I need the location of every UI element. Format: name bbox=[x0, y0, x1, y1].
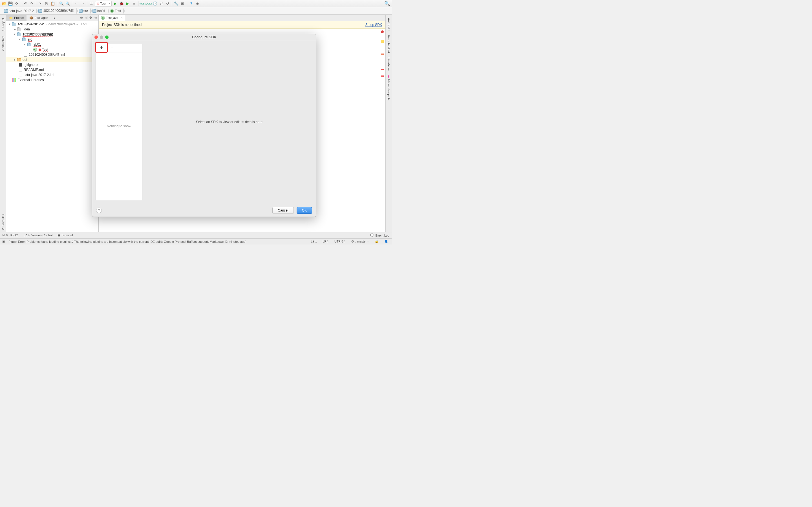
dialog-title: Configure SDK bbox=[92, 35, 316, 39]
left-tool-rail: 1: Project 7: Structure 2: Favorites bbox=[0, 15, 6, 232]
tree-test-class[interactable]: C⬤Test bbox=[6, 47, 98, 52]
stop-icon[interactable]: ■ bbox=[132, 1, 137, 6]
crumb-class[interactable]: CTest bbox=[108, 7, 123, 14]
tree-idea[interactable]: ▶.idea bbox=[6, 27, 98, 32]
tree-gitignore[interactable]: .gitignore bbox=[6, 62, 98, 67]
gutter-err-mark[interactable] bbox=[381, 75, 384, 76]
undo-icon[interactable]: ↶ bbox=[23, 1, 28, 6]
project-view-tab[interactable]: 📁 Project bbox=[6, 15, 27, 21]
zoom-out-icon[interactable]: 🔍 bbox=[65, 1, 70, 6]
debug-icon[interactable]: 🐞 bbox=[119, 1, 124, 6]
vcs-commit-icon[interactable]: VCS↑ bbox=[146, 1, 151, 6]
tree-module[interactable]: ▼10210240089陈功锁 bbox=[6, 32, 98, 37]
todo-tool-tab[interactable]: ☑ 6: TODO bbox=[2, 233, 18, 237]
notification-text: Project SDK is not defined bbox=[102, 23, 142, 27]
scroll-to-icon[interactable]: ⊕ bbox=[80, 16, 83, 20]
build-icon[interactable]: ⇊ bbox=[89, 1, 94, 6]
zoom-in-icon[interactable]: 🔍 bbox=[59, 1, 64, 6]
gutter-err-mark[interactable] bbox=[381, 69, 384, 70]
refresh-icon[interactable]: ⟳ bbox=[14, 1, 19, 6]
favorites-tool-tab[interactable]: 2: Favorites bbox=[1, 212, 5, 232]
line-ending[interactable]: LF≑ bbox=[321, 240, 330, 243]
tree-src[interactable]: ▼src bbox=[6, 37, 98, 42]
cancel-button[interactable]: Cancel bbox=[272, 207, 294, 214]
lock-icon[interactable]: 🔒 bbox=[373, 240, 380, 243]
revert-icon[interactable]: ↺ bbox=[165, 1, 170, 6]
crumb-label: lab01 bbox=[97, 9, 105, 13]
help-icon[interactable]: ? bbox=[189, 1, 194, 6]
hector-icon[interactable]: 👤 bbox=[383, 240, 389, 243]
status-bar: ▣ Plugin Error: Problems found loading p… bbox=[0, 238, 392, 244]
crumb-src[interactable]: src bbox=[77, 7, 90, 14]
tree-iml2[interactable]: sctu-java-2017-2.iml bbox=[6, 72, 98, 77]
gutter-warn-mark[interactable] bbox=[381, 40, 384, 43]
cut-icon[interactable]: ✂ bbox=[38, 1, 43, 6]
remote-host-tool-tab[interactable]: Remote Host bbox=[387, 33, 391, 55]
vcs-tool-tab[interactable]: ⎇ 9: Version Control bbox=[23, 233, 53, 237]
plugins-icon[interactable]: ⊕ bbox=[195, 1, 200, 6]
editor-tab-label: Test.java bbox=[106, 16, 118, 19]
tree-ext-lib[interactable]: External Libraries bbox=[6, 77, 98, 82]
collapse-icon[interactable]: ⇲ bbox=[85, 16, 87, 20]
main-toolbar: 📂 💾 ⟳ ↶ ↷ ✂ ⎘ 📋 🔍 🔍 ← → ⇊ × Test ▶ 🐞 ▶ ■… bbox=[0, 0, 392, 7]
structure-tool-tab[interactable]: 7: Structure bbox=[1, 33, 5, 54]
class-icon: C bbox=[33, 48, 37, 52]
status-message: Plugin Error: Problems found loading plu… bbox=[8, 240, 306, 243]
terminal-tool-tab[interactable]: ▣ Terminal bbox=[57, 233, 73, 237]
remove-sdk-button[interactable]: − bbox=[109, 45, 115, 51]
close-tab-icon[interactable]: × bbox=[120, 16, 123, 20]
packages-view-tab[interactable]: 📦 Packages bbox=[27, 15, 51, 21]
tree-out[interactable]: ▶out bbox=[6, 57, 98, 62]
breadcrumb: sctu-java-2017-2 10210240089陈功锁 src lab0… bbox=[0, 7, 392, 15]
sdk-list-empty-text: Nothing to show bbox=[96, 52, 142, 200]
crumb-label: Test bbox=[115, 9, 121, 13]
caret-position[interactable]: 13:1 bbox=[310, 240, 318, 243]
crumb-pkg[interactable]: lab01 bbox=[90, 7, 108, 14]
vcs-update-icon[interactable]: VCS↓ bbox=[140, 1, 145, 6]
right-tool-rail: Ant Build Remote Host Database m Maven P… bbox=[386, 15, 392, 232]
structure-icon[interactable]: ⊞ bbox=[180, 1, 185, 6]
ok-button[interactable]: OK bbox=[297, 207, 312, 214]
crumb-label: 10210240089陈功锁 bbox=[43, 8, 74, 13]
tree-lab01[interactable]: ▼lab01 bbox=[6, 42, 98, 47]
git-branch[interactable]: Git: master≑ bbox=[350, 240, 370, 243]
database-tool-tab[interactable]: Database bbox=[387, 55, 391, 73]
sdk-detail-hint: Select an SDK to view or edit its detail… bbox=[142, 40, 316, 204]
coverage-icon[interactable]: ▶ bbox=[125, 1, 130, 6]
open-icon[interactable]: 📂 bbox=[2, 1, 7, 6]
config-invalid-icon: × bbox=[97, 2, 99, 6]
search-everywhere-icon[interactable]: 🔍 bbox=[384, 1, 390, 6]
more-views-button[interactable]: ▸ bbox=[51, 15, 58, 21]
encoding[interactable]: UTF-8≑ bbox=[333, 240, 347, 243]
project-tool-tab[interactable]: 1: Project bbox=[1, 16, 5, 33]
diff-icon[interactable]: ⇄ bbox=[159, 1, 164, 6]
paste-icon[interactable]: 📋 bbox=[50, 1, 55, 6]
event-log-tool-tab[interactable]: 💬 Event Log bbox=[370, 233, 389, 237]
gutter-err-mark[interactable] bbox=[381, 54, 384, 55]
run-config-selector[interactable]: × Test bbox=[95, 1, 112, 6]
ant-tool-tab[interactable]: Ant Build bbox=[387, 16, 391, 33]
project-tree[interactable]: ▼sctu-java-2017-2~/dev/sctu/sctu-java-20… bbox=[6, 21, 98, 232]
maven-tool-tab[interactable]: m Maven Projects bbox=[387, 73, 391, 103]
editor-tab-test[interactable]: C Test.java × bbox=[99, 15, 125, 21]
status-icon[interactable]: ▣ bbox=[2, 240, 5, 243]
tree-readme[interactable]: README.md bbox=[6, 67, 98, 72]
save-icon[interactable]: 💾 bbox=[8, 1, 13, 6]
history-icon[interactable]: 🕓 bbox=[153, 1, 158, 6]
run-icon[interactable]: ▶ bbox=[113, 1, 118, 6]
back-icon[interactable]: ← bbox=[74, 1, 79, 6]
crumb-project[interactable]: sctu-java-2017-2 bbox=[2, 7, 36, 14]
hide-icon[interactable]: ⇥ bbox=[94, 16, 97, 20]
crumb-label: sctu-java-2017-2 bbox=[9, 9, 34, 13]
add-sdk-button[interactable]: + bbox=[95, 42, 108, 53]
setup-sdk-link[interactable]: Setup SDK bbox=[365, 23, 382, 27]
copy-icon[interactable]: ⎘ bbox=[44, 1, 49, 6]
crumb-module[interactable]: 10210240089陈功锁 bbox=[36, 7, 76, 14]
dialog-help-button[interactable]: ? bbox=[96, 208, 102, 213]
tree-iml1[interactable]: 10210240089陈功锁.iml bbox=[6, 52, 98, 57]
forward-icon[interactable]: → bbox=[80, 1, 85, 6]
settings-gear-icon[interactable]: ⚙ bbox=[89, 16, 92, 20]
redo-icon[interactable]: ↷ bbox=[29, 1, 34, 6]
tree-root[interactable]: ▼sctu-java-2017-2~/dev/sctu/sctu-java-20… bbox=[6, 22, 98, 27]
settings-icon[interactable]: 🔧 bbox=[174, 1, 179, 6]
